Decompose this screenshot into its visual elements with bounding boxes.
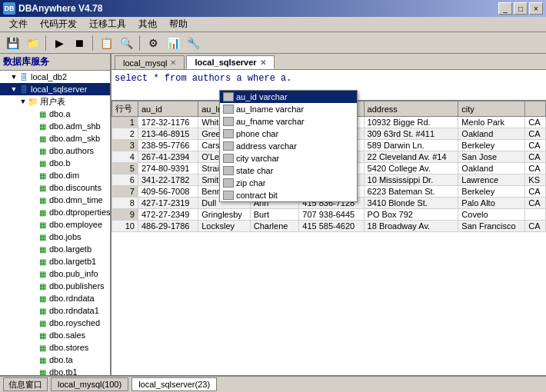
main-layout: 数据库服务 ▼🗄local_db2▼🗄local_sqlserver▼📁用户表▦… <box>0 54 546 375</box>
tree-item-dbo_adm_shb[interactable]: ▦dbo.adm_shb <box>0 120 110 132</box>
cell-city: San Jose <box>458 151 525 163</box>
toolbar-btn-1[interactable]: 💾 <box>3 35 22 51</box>
ac-icon <box>223 141 234 151</box>
toolbar-copy[interactable]: 📋 <box>97 35 115 51</box>
toolbar-btn-8[interactable]: 📊 <box>164 35 182 51</box>
tree-label-dbo_tb1: dbo.tb1 <box>49 367 78 375</box>
tree-expand-sqlserver[interactable]: ▼ <box>9 85 18 93</box>
menu-file[interactable]: 文件 <box>3 16 34 32</box>
toolbar-run[interactable]: ▶ <box>50 35 68 51</box>
tree-expand-db2[interactable]: ▼ <box>9 73 18 81</box>
tab-mysql-close[interactable]: ✕ <box>170 58 176 67</box>
app-title: DBAnywhere V4.78 <box>18 3 498 14</box>
tree-item-dbo_employee[interactable]: ▦dbo.employee <box>0 218 110 231</box>
cell-state: CA <box>525 117 546 128</box>
tree-expand-usergroup[interactable]: ▼ <box>18 98 28 105</box>
tree-container: ▼🗄local_db2▼🗄local_sqlserver▼📁用户表▦dbo.a▦… <box>0 71 110 375</box>
tab-bar: local_mysql ✕ local_sqlserver ✕ <box>112 54 546 70</box>
col-header-address: address <box>364 101 458 117</box>
cell-au_lname: Locksley <box>198 221 251 232</box>
menu-bar: 文件 代码开发 迁移工具 其他 帮助 <box>0 17 546 32</box>
toolbar-find[interactable]: 🔍 <box>117 35 135 51</box>
toolbar-stop[interactable]: ⏹ <box>70 35 88 51</box>
tree-item-dbo_dtproperties[interactable]: ▦dbo.dtproperties <box>0 206 110 218</box>
tree-item-dbo_dim[interactable]: ▦dbo.dim <box>0 169 110 181</box>
cell-rownum: 2 <box>112 128 138 140</box>
title-bar: DB DBAnywhere V4.78 _ □ × <box>0 0 546 17</box>
cell-city: San Francisco <box>458 221 525 232</box>
autocomplete-item[interactable]: au_lname varchar <box>220 103 357 115</box>
toolbar-btn-9[interactable]: 🔧 <box>184 35 202 51</box>
minimize-button[interactable]: _ <box>498 2 512 15</box>
tab-local-sqlserver[interactable]: local_sqlserver ✕ <box>186 55 274 69</box>
ac-icon <box>223 154 234 163</box>
tree-item-dbo_ta[interactable]: ▦dbo.ta <box>0 354 110 366</box>
tab-sqlserver-close[interactable]: ✕ <box>260 58 266 67</box>
close-button[interactable]: × <box>529 2 543 15</box>
tree-item-dbo_dmn_time[interactable]: ▦dbo.dmn_time <box>0 194 110 206</box>
ac-icon <box>223 92 234 101</box>
autocomplete-item[interactable]: address varchar <box>220 140 357 152</box>
menu-other[interactable]: 其他 <box>132 16 163 32</box>
table-icon: ▦ <box>37 244 48 254</box>
cell-rownum: 7 <box>112 186 138 198</box>
tree-label-dbo_publishers: dbo.publishers <box>49 281 105 291</box>
col-header-city: city <box>458 101 525 117</box>
tree-item-dbo_rdndata[interactable]: ▦dbo.rdndata <box>0 292 110 304</box>
table-icon: ▦ <box>37 195 48 204</box>
table-icon: ▦ <box>37 121 48 131</box>
table-row[interactable]: 9 472-27-2349 Gringlesby Burt 707 938-64… <box>112 209 546 221</box>
menu-code[interactable]: 代码开发 <box>34 16 83 32</box>
status-tab-sqlserver[interactable]: local_sqlserver(23) <box>132 377 217 391</box>
tree-item-sqlserver[interactable]: ▼🗄local_sqlserver <box>0 83 110 95</box>
autocomplete-item[interactable]: state char <box>220 164 357 177</box>
tree-item-db2[interactable]: ▼🗄local_db2 <box>0 71 110 83</box>
tree-item-dbo_publishers[interactable]: ▦dbo.publishers <box>0 280 110 292</box>
autocomplete-item[interactable]: au_id varchar <box>220 91 357 103</box>
tree-item-dbo_sales[interactable]: ▦dbo.sales <box>0 329 110 341</box>
tree-item-dbo_stores[interactable]: ▦dbo.stores <box>0 341 110 354</box>
autocomplete-item[interactable]: zip char <box>220 177 357 189</box>
tree-label-dbo_adm_skb: dbo.adm_skb <box>49 134 100 143</box>
cell-au_id: 341-22-1782 <box>138 174 198 186</box>
tree-label-dbo_largetb1: dbo.largetb1 <box>49 257 96 266</box>
tree-item-dbo_jobs[interactable]: ▦dbo.jobs <box>0 231 110 243</box>
tree-label-dbo_jobs: dbo.jobs <box>49 232 82 241</box>
tree-item-dbo_rdndata1[interactable]: ▦dbo.rdndata1 <box>0 304 110 317</box>
tree-item-dbo_roysched[interactable]: ▦dbo.roysched <box>0 317 110 329</box>
left-panel: 数据库服务 ▼🗄local_db2▼🗄local_sqlserver▼📁用户表▦… <box>0 54 112 375</box>
autocomplete-item[interactable]: phone char <box>220 128 357 140</box>
tree-label-dbo_authors: dbo.authors <box>49 146 94 155</box>
toolbar-btn-7[interactable]: ⚙ <box>144 35 162 51</box>
tree-item-usergroup[interactable]: ▼📁用户表 <box>0 95 110 108</box>
ac-label: au_fname varchar <box>236 117 305 126</box>
table-icon: ▦ <box>37 331 48 340</box>
toolbar-btn-2[interactable]: 📁 <box>23 35 42 51</box>
window-controls[interactable]: _ □ × <box>498 2 543 15</box>
tree-item-dbo_a[interactable]: ▦dbo.a <box>0 108 110 120</box>
table-icon: ▦ <box>37 146 48 155</box>
tree-item-dbo_pub_info[interactable]: ▦dbo.pub_info <box>0 267 110 280</box>
table-icon: ▦ <box>37 306 48 315</box>
menu-help[interactable]: 帮助 <box>163 16 194 32</box>
tree-item-dbo_authors[interactable]: ▦dbo.authors <box>0 145 110 157</box>
cell-au_id: 274-80-9391 <box>138 163 198 174</box>
tree-item-dbo_discounts[interactable]: ▦dbo.discounts <box>0 181 110 194</box>
table-row[interactable]: 10 486-29-1786 Locksley Charlene 415 585… <box>112 221 546 232</box>
autocomplete-item[interactable]: city varchar <box>220 152 357 164</box>
cell-au_id: 472-27-2349 <box>138 209 198 221</box>
tree-item-dbo_largetb1[interactable]: ▦dbo.largetb1 <box>0 255 110 267</box>
autocomplete-item[interactable]: au_fname varchar <box>220 115 357 128</box>
tree-item-dbo_b[interactable]: ▦dbo.b <box>0 157 110 169</box>
maximize-button[interactable]: □ <box>514 2 528 15</box>
tree-item-dbo_adm_skb[interactable]: ▦dbo.adm_skb <box>0 132 110 145</box>
status-tab-mysql[interactable]: local_mysql(100) <box>51 377 128 391</box>
menu-migrate[interactable]: 迁移工具 <box>83 16 132 32</box>
cell-rownum: 1 <box>112 117 138 128</box>
tab-local-mysql[interactable]: local_mysql ✕ <box>115 55 185 69</box>
tree-item-dbo_tb1[interactable]: ▦dbo.tb1 <box>0 366 110 375</box>
query-area: au_id varcharau_lname varcharau_fname va… <box>112 70 546 101</box>
tree-item-dbo_largetb[interactable]: ▦dbo.largetb <box>0 243 110 255</box>
tree-label-dbo_pub_info: dbo.pub_info <box>49 269 98 278</box>
autocomplete-item[interactable]: contract bit <box>220 189 357 201</box>
